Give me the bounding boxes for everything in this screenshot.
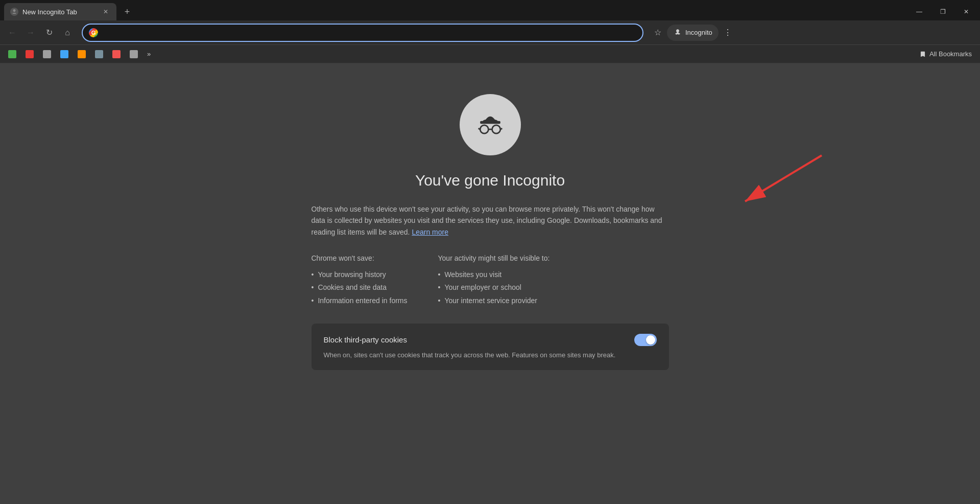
home-button[interactable]: ⌂ [59,25,76,41]
toolbar-actions: ☆ Incognito ⋮ [650,25,736,41]
address-bar-container: G [82,24,643,42]
bookmark-item-8[interactable] [126,48,142,61]
window-controls: — ❐ ✕ [907,3,980,20]
svg-point-1 [678,33,679,34]
cookie-title: Block third-party cookies [324,335,407,344]
toolbar: ← → ↻ ⌂ G ☆ Incognito ⋮ [0,20,980,45]
chrome-wont-save-list: Your browsing history Cookies and site d… [312,268,408,307]
bookmark-favicon-2 [26,50,34,58]
list-item: Your browsing history [312,268,408,281]
chrome-wont-save-heading: Chrome won't save: [312,254,408,262]
bookmark-favicon-3 [43,50,51,58]
chrome-wont-save-column: Chrome won't save: Your browsing history… [312,254,408,307]
two-columns: Chrome won't save: Your browsing history… [312,254,669,307]
minimize-button[interactable]: — [907,3,931,20]
list-item: Information entered in forms [312,294,408,307]
bookmark-favicon-1 [8,50,16,58]
bookmark-button[interactable]: ☆ [650,25,666,41]
cookie-header: Block third-party cookies [324,334,657,346]
cookie-description: When on, sites can't use cookies that tr… [324,350,657,360]
bookmarks-bar: » All Bookmarks [0,45,980,63]
list-item: Your employer or school [438,281,550,294]
description: Others who use this device won't see you… [312,203,669,238]
svg-point-7 [492,125,500,133]
incognito-label: Incognito [685,29,712,36]
incognito-logo [460,94,521,155]
bookmark-item-3[interactable] [39,48,55,61]
forward-button[interactable]: → [22,25,39,41]
bookmark-favicon-8 [130,50,138,58]
list-item: Websites you visit [438,268,550,281]
close-window-button[interactable]: ✕ [954,3,978,20]
google-icon: G [89,28,98,37]
svg-point-0 [676,33,677,34]
bookmark-item-7[interactable] [108,48,125,61]
block-cookies-toggle[interactable] [634,334,657,346]
svg-point-6 [480,125,488,133]
reload-button[interactable]: ↻ [41,25,57,41]
all-bookmarks-button[interactable]: All Bookmarks [915,48,976,61]
address-bar[interactable]: G [82,24,643,42]
new-tab-button[interactable]: + [118,3,136,20]
incognito-button[interactable]: Incognito [667,25,719,41]
list-item: Your internet service provider [438,294,550,307]
page-content: You've gone Incognito Others who use thi… [0,63,980,504]
maximize-button[interactable]: ❐ [931,3,954,20]
toggle-track [634,334,657,346]
bookmark-favicon-7 [112,50,121,58]
back-button[interactable]: ← [4,25,20,41]
all-bookmarks-label: All Bookmarks [929,50,972,58]
bookmark-favicon-6 [95,50,103,58]
learn-more-link[interactable]: Learn more [412,228,448,236]
bookmark-item-6[interactable] [91,48,107,61]
main-title: You've gone Incognito [415,172,565,189]
tab-favicon [10,8,18,16]
tab-strip: New Incognito Tab ✕ + [0,3,136,20]
bookmark-item-2[interactable] [21,48,38,61]
bookmark-item-5[interactable] [74,48,90,61]
list-item: Cookies and site data [312,281,408,294]
activity-visible-heading: Your activity might still be visible to: [438,254,550,262]
svg-line-10 [500,128,502,129]
activity-visible-column: Your activity might still be visible to:… [438,254,550,307]
active-tab[interactable]: New Incognito Tab ✕ [4,3,116,20]
bookmark-item-4[interactable] [56,48,73,61]
bookmark-item-1[interactable] [4,48,20,61]
title-bar: New Incognito Tab ✕ + — ❐ ✕ [0,0,980,20]
cookie-box: Block third-party cookies When on, sites… [312,324,669,371]
svg-line-3 [745,155,822,201]
red-arrow-annotation [714,150,827,214]
svg-line-9 [478,128,480,129]
toggle-thumb [646,335,655,345]
address-input[interactable] [102,29,636,37]
activity-visible-list: Websites you visit Your employer or scho… [438,268,550,307]
bookmark-favicon-5 [78,50,86,58]
menu-button[interactable]: ⋮ [720,25,736,41]
tab-title: New Incognito Tab [22,8,97,16]
bookmark-favicon-4 [60,50,68,58]
more-bookmarks-button[interactable]: » [143,48,155,61]
tab-close-button[interactable]: ✕ [101,7,110,16]
